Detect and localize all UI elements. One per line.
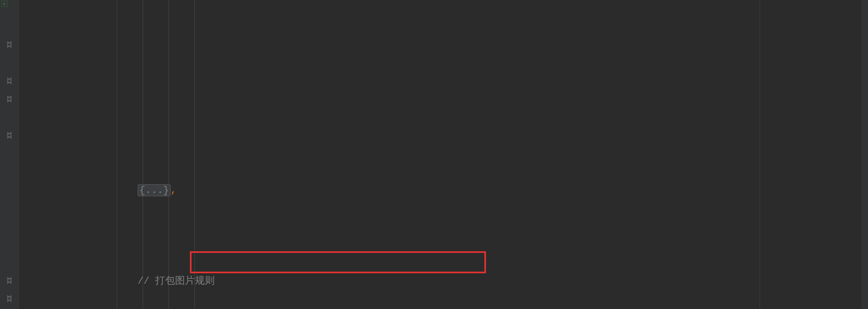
code-comment: // 打包图片规则 bbox=[138, 275, 215, 286]
fold-collapse-icon[interactable] bbox=[6, 41, 13, 48]
code-line[interactable]: {...}, bbox=[19, 163, 868, 181]
folded-region[interactable]: {...} bbox=[138, 184, 171, 196]
fold-expand-icon[interactable] bbox=[6, 277, 13, 284]
fold-collapse-icon[interactable] bbox=[6, 131, 13, 139]
fold-expand-icon[interactable] bbox=[6, 295, 13, 302]
code-token: , bbox=[171, 185, 177, 196]
fold-collapse-icon[interactable] bbox=[6, 95, 13, 103]
editor-gutter bbox=[0, 0, 19, 309]
fold-collapse-icon[interactable] bbox=[6, 77, 13, 85]
add-plus-icon[interactable] bbox=[1, 1, 9, 8]
code-line[interactable]: // 打包图片规则 bbox=[19, 254, 868, 272]
code-editor-area[interactable]: {...}, // 打包图片规则 { test: /\.(png|jpg|gif… bbox=[19, 0, 868, 309]
